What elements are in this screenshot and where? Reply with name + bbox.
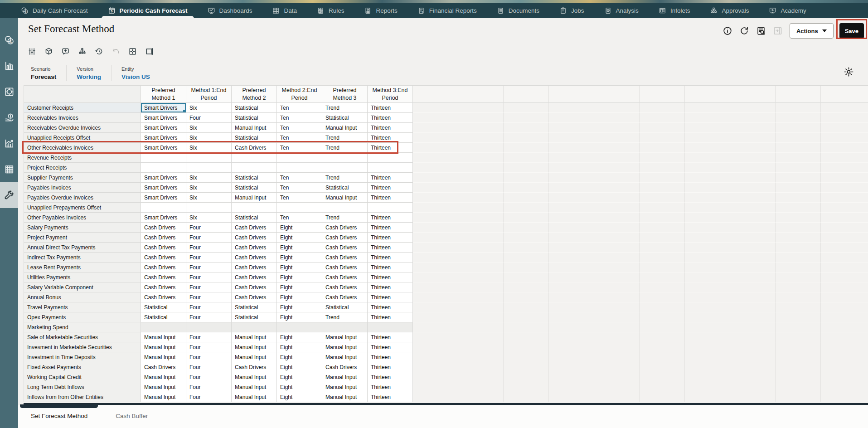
grid-cell[interactable]: Statistical [232, 113, 277, 123]
grid-cell[interactable]: Cash Drivers [141, 243, 186, 253]
actions-button[interactable]: Actions [790, 23, 834, 39]
grid-cell[interactable]: Four [186, 342, 232, 352]
nav-tab-data[interactable]: Data [272, 3, 297, 18]
grid-cell[interactable]: Eight [277, 342, 322, 352]
grid-cell[interactable]: Thirteen [368, 312, 413, 322]
grid-cell[interactable]: Eight [277, 272, 322, 282]
adjust-button[interactable] [25, 45, 38, 58]
nav-tab-financial-reports[interactable]: $Financial Reports [417, 3, 477, 18]
grid-cell[interactable] [186, 163, 232, 173]
grid-cell[interactable]: Six [186, 143, 232, 153]
grid-cell[interactable] [368, 153, 413, 163]
grid-cell[interactable]: Thirteen [368, 233, 413, 243]
grid-cell[interactable]: Smart Drivers [141, 193, 186, 203]
grid-cell[interactable]: Six [186, 133, 232, 143]
grid-cell[interactable]: Four [186, 282, 232, 292]
grid-cell[interactable]: Cash Drivers [322, 272, 368, 282]
grid-cell[interactable] [232, 153, 277, 163]
grid-cell[interactable]: Eight [277, 292, 322, 302]
grid-cell[interactable]: Thirteen [368, 113, 413, 123]
grid-cell[interactable]: Cash Drivers [232, 243, 277, 253]
grid-cell[interactable]: Manual Input [322, 392, 368, 402]
grid-cell[interactable]: Manual Input [232, 382, 277, 392]
grid-cell[interactable]: Cash Drivers [141, 292, 186, 302]
grid-cell[interactable]: Statistical [232, 103, 277, 113]
grid-cell[interactable]: Smart Drivers [141, 123, 186, 133]
grid-cell[interactable]: Eight [277, 362, 322, 372]
sidebar-item-reports[interactable] [0, 53, 18, 79]
grid-cell[interactable]: Manual Input [141, 392, 186, 402]
grid-cell[interactable]: Eight [277, 223, 322, 233]
grid-cell[interactable]: Cash Drivers [322, 263, 368, 272]
grid-cell[interactable]: Thirteen [368, 332, 413, 342]
nav-tab-academy[interactable]: Academy [769, 3, 806, 18]
sidebar-item-funding[interactable] [0, 105, 18, 131]
grid-cell[interactable]: Four [186, 253, 232, 263]
grid-cell[interactable]: Trend [322, 143, 368, 153]
grid-cell[interactable]: Cash Drivers [232, 263, 277, 272]
grid-cell[interactable]: Four [186, 352, 232, 362]
grid-cell[interactable]: Statistical [322, 302, 368, 312]
grid-cell[interactable]: Manual Input [322, 193, 368, 203]
grid-cell[interactable]: Thirteen [368, 263, 413, 272]
grid-cell[interactable]: Eight [277, 332, 322, 342]
grid-cell[interactable]: Cash Drivers [232, 292, 277, 302]
grid-cell[interactable]: Manual Input [322, 372, 368, 382]
horizontal-scrollbar[interactable] [24, 403, 868, 405]
grid-cell[interactable]: Statistical [232, 213, 277, 223]
grid-cell[interactable]: Manual Input [232, 372, 277, 382]
grid-cell[interactable]: Trend [322, 103, 368, 113]
sidebar-item-dashboards[interactable] [0, 79, 18, 105]
grid-cell[interactable] [368, 203, 413, 213]
bottom-tab-cash-buffer[interactable]: Cash Buffer [116, 413, 148, 419]
comments-button[interactable] [59, 45, 72, 58]
grid-cell[interactable]: Manual Input [322, 382, 368, 392]
grid-cell[interactable] [141, 203, 186, 213]
bottom-tab-set-forecast-method[interactable]: Set Forecast Method [31, 413, 87, 419]
grid-cell[interactable]: Six [186, 213, 232, 223]
grid-cell[interactable]: Thirteen [368, 243, 413, 253]
grid-cell[interactable]: Four [186, 243, 232, 253]
grid-cell[interactable]: Statistical [232, 133, 277, 143]
grid-cell[interactable]: Cash Drivers [141, 362, 186, 372]
grid-cell[interactable]: Manual Input [141, 332, 186, 342]
grid-cell[interactable]: Eight [277, 352, 322, 362]
grid-cell[interactable]: Four [186, 302, 232, 312]
sidebar-item-analysis[interactable] [0, 131, 18, 156]
grid-cell[interactable]: Statistical [232, 302, 277, 312]
pov-member-entity[interactable]: EntityVision US [121, 66, 150, 80]
grid-cell[interactable]: Eight [277, 382, 322, 392]
grid-cell[interactable]: Cash Drivers [141, 272, 186, 282]
grid-cell[interactable]: Cash Drivers [232, 223, 277, 233]
nav-tab-analysis[interactable]: Analysis [604, 3, 639, 18]
grid-cell[interactable] [322, 153, 368, 163]
pov-member-value[interactable]: Working [77, 73, 101, 80]
grid-cell[interactable]: Manual Input [322, 352, 368, 362]
grid-cell[interactable]: Manual Input [141, 352, 186, 362]
history-button[interactable] [92, 45, 105, 58]
grid-cell[interactable]: Eight [277, 233, 322, 243]
grid-cell[interactable]: Four [186, 113, 232, 123]
grid-cell[interactable]: Cash Drivers [232, 233, 277, 243]
grid-cell[interactable]: Ten [277, 143, 322, 153]
grid-cell[interactable]: Manual Input [322, 342, 368, 352]
sidebar-item-data-grids[interactable] [0, 156, 18, 182]
grid-cell[interactable]: Manual Input [232, 392, 277, 402]
grid-cell[interactable]: Manual Input [141, 372, 186, 382]
grid-cell[interactable]: Eight [277, 392, 322, 402]
grid-cell[interactable]: Thirteen [368, 223, 413, 233]
grid-cell[interactable]: Thirteen [368, 123, 413, 133]
grid-cell[interactable] [141, 163, 186, 173]
grid-cell[interactable]: Six [186, 173, 232, 183]
grid-cell[interactable]: Ten [277, 103, 322, 113]
pov-member-value[interactable]: Forecast [31, 73, 56, 80]
nav-tab-infolets[interactable]: Infolets [659, 3, 690, 18]
grid-cell[interactable]: Eight [277, 372, 322, 382]
grid-cell[interactable]: Statistical [232, 173, 277, 183]
grid-cell[interactable]: Cash Drivers [232, 272, 277, 282]
grid-cell[interactable]: Thirteen [368, 173, 413, 183]
grid-cell[interactable]: Thirteen [368, 372, 413, 382]
grid-cell[interactable]: Ten [277, 123, 322, 133]
grid-cell[interactable]: Manual Input [232, 342, 277, 352]
grid-cell[interactable]: Four [186, 332, 232, 342]
